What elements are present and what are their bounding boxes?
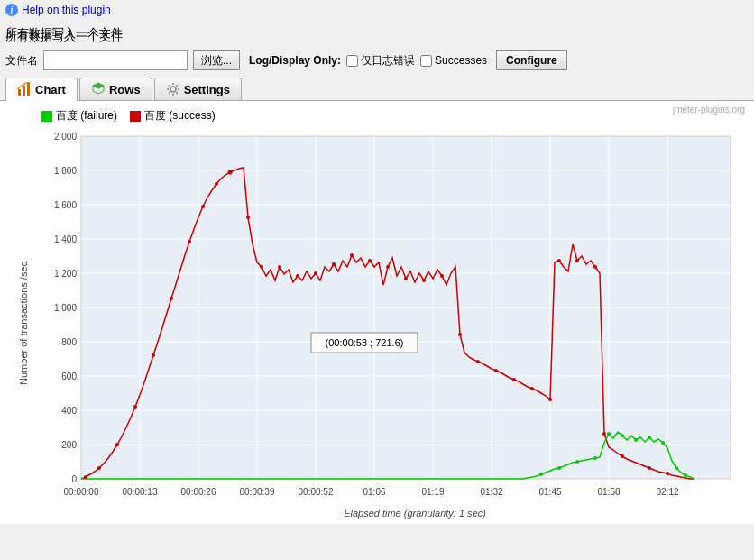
svg-point-46 bbox=[84, 475, 87, 479]
svg-point-84 bbox=[593, 456, 597, 460]
checkbox-log-error-text: 仅日志错误 bbox=[361, 53, 415, 69]
legend-success-color bbox=[130, 111, 141, 122]
svg-point-51 bbox=[170, 297, 173, 300]
svg-point-76 bbox=[593, 265, 597, 269]
chart-with-yaxis: Number of transactions /sec bbox=[11, 127, 749, 519]
svg-text:01:45: 01:45 bbox=[538, 487, 561, 497]
svg-text:00:00:13: 00:00:13 bbox=[123, 487, 158, 497]
svg-point-52 bbox=[188, 240, 191, 243]
svg-point-91 bbox=[684, 473, 687, 477]
svg-point-85 bbox=[607, 432, 611, 436]
svg-point-53 bbox=[201, 205, 205, 208]
legend-success: 百度 (success) bbox=[130, 108, 216, 124]
y-axis-label-container: Number of transactions /sec bbox=[11, 127, 36, 519]
svg-text:00:00:26: 00:00:26 bbox=[181, 487, 216, 497]
legend-failure: 百度 (failure) bbox=[41, 108, 117, 124]
help-link[interactable]: i Help on this plugin bbox=[5, 4, 749, 16]
svg-point-50 bbox=[152, 353, 155, 357]
svg-text:00:00:00: 00:00:00 bbox=[64, 487, 99, 497]
checkbox-log-error[interactable] bbox=[346, 55, 358, 67]
file-row: 文件名 浏览... Log/Display Only: 仅日志错误 Succes… bbox=[0, 47, 754, 74]
svg-text:01:19: 01:19 bbox=[421, 487, 444, 497]
svg-point-69 bbox=[476, 360, 480, 363]
legend-success-label: 百度 (success) bbox=[144, 108, 216, 124]
checkbox-log-error-label[interactable]: 仅日志错误 bbox=[346, 53, 415, 69]
svg-point-58 bbox=[278, 265, 281, 269]
tab-rows-label: Rows bbox=[109, 83, 141, 96]
help-link-text: Help on this plugin bbox=[22, 4, 111, 16]
svg-text:0: 0 bbox=[71, 474, 77, 484]
svg-point-89 bbox=[661, 441, 665, 445]
svg-point-73 bbox=[548, 398, 552, 401]
tab-chart[interactable]: Chart bbox=[5, 78, 78, 101]
svg-text:1 000: 1 000 bbox=[54, 303, 77, 313]
svg-text:400: 400 bbox=[61, 406, 77, 416]
svg-point-63 bbox=[368, 259, 372, 262]
svg-point-71 bbox=[512, 378, 516, 381]
svg-text:01:06: 01:06 bbox=[363, 487, 385, 497]
svg-point-67 bbox=[440, 274, 444, 278]
tab-settings[interactable]: Settings bbox=[154, 78, 242, 100]
svg-text:1 200: 1 200 bbox=[54, 269, 77, 279]
checkbox-successes-label[interactable]: Successes bbox=[420, 54, 487, 67]
svg-text:200: 200 bbox=[61, 440, 77, 450]
svg-text:(00:00:53 ; 721.6): (00:00:53 ; 721.6) bbox=[326, 337, 404, 348]
checkbox-successes[interactable] bbox=[420, 55, 432, 67]
svg-point-87 bbox=[634, 438, 638, 442]
svg-point-77 bbox=[602, 432, 606, 436]
log-display-label: Log/Display Only: bbox=[249, 54, 341, 67]
svg-point-79 bbox=[648, 466, 651, 470]
svg-point-60 bbox=[314, 271, 317, 275]
legend-failure-label: 百度 (failure) bbox=[56, 108, 117, 124]
svg-rect-2 bbox=[27, 83, 30, 96]
chart-tab-icon bbox=[17, 82, 32, 96]
svg-point-83 bbox=[575, 460, 579, 464]
svg-point-3 bbox=[170, 87, 176, 92]
svg-point-74 bbox=[557, 259, 561, 262]
svg-point-62 bbox=[350, 253, 354, 257]
svg-point-49 bbox=[133, 405, 137, 409]
checkbox-successes-text: Successes bbox=[435, 54, 487, 67]
svg-point-65 bbox=[404, 277, 408, 280]
svg-text:02:12: 02:12 bbox=[656, 487, 678, 497]
configure-button[interactable]: Configure bbox=[496, 50, 567, 70]
svg-point-82 bbox=[557, 466, 561, 470]
svg-point-70 bbox=[494, 369, 498, 372]
chart-legend: 百度 (failure) 百度 (success) bbox=[5, 106, 749, 127]
file-label: 文件名 bbox=[5, 53, 38, 69]
svg-text:1 400: 1 400 bbox=[54, 234, 77, 244]
info-icon: i bbox=[5, 4, 18, 16]
file-input[interactable] bbox=[43, 50, 188, 70]
file-section: 所有数据写入一个文件 bbox=[0, 20, 754, 27]
file-section-title: 所有数据写入一个文件 bbox=[5, 25, 123, 41]
svg-point-68 bbox=[458, 333, 462, 336]
svg-text:600: 600 bbox=[61, 372, 77, 381]
top-bar: i Help on this plugin bbox=[0, 0, 754, 20]
tab-rows[interactable]: Rows bbox=[79, 78, 152, 100]
chart-area: jmeter-plugins.org 百度 (failure) 百度 (succ… bbox=[0, 101, 754, 524]
svg-point-88 bbox=[648, 436, 651, 439]
rows-tab-icon bbox=[91, 82, 106, 96]
svg-text:2 000: 2 000 bbox=[54, 132, 77, 142]
tab-settings-label: Settings bbox=[184, 83, 230, 96]
svg-point-56 bbox=[246, 216, 250, 219]
svg-text:01:58: 01:58 bbox=[597, 487, 620, 497]
svg-rect-1 bbox=[23, 86, 25, 96]
svg-rect-0 bbox=[18, 89, 21, 96]
svg-point-48 bbox=[115, 443, 119, 446]
chart-inner: 0 200 400 600 800 1 000 1 200 1 400 1 60… bbox=[36, 127, 749, 519]
svg-text:800: 800 bbox=[61, 337, 77, 347]
svg-point-90 bbox=[675, 466, 678, 470]
svg-point-78 bbox=[621, 454, 624, 458]
browse-button[interactable]: 浏览... bbox=[193, 50, 240, 70]
svg-point-80 bbox=[666, 472, 669, 475]
svg-point-72 bbox=[530, 387, 534, 390]
svg-text:00:00:39: 00:00:39 bbox=[240, 487, 275, 497]
svg-point-64 bbox=[386, 265, 390, 269]
svg-point-47 bbox=[97, 466, 101, 470]
svg-text:00:00:52: 00:00:52 bbox=[299, 487, 334, 497]
x-axis-label: Elapsed time (granularity: 1 sec) bbox=[81, 508, 749, 519]
svg-point-75 bbox=[575, 259, 579, 262]
tabs-bar: Chart Rows Settings bbox=[0, 74, 754, 101]
chart-svg: 0 200 400 600 800 1 000 1 200 1 400 1 60… bbox=[36, 127, 740, 506]
